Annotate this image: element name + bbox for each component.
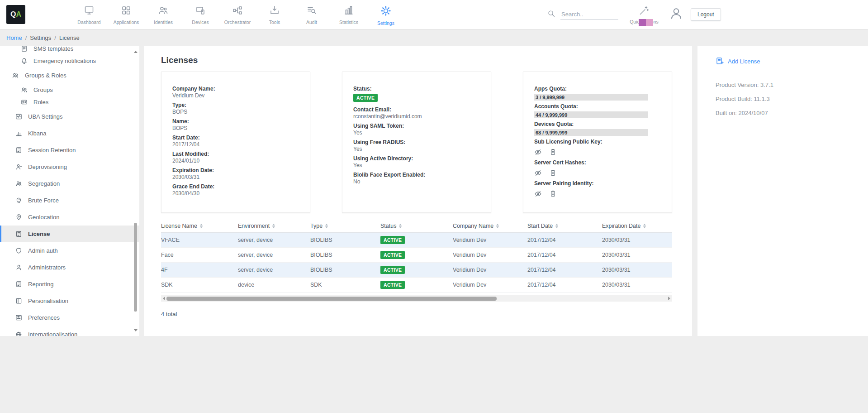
table-row[interactable]: SDK device SDK ACTIVE Veridium Dev 2017/…: [161, 278, 672, 293]
apps-quota: Apps Quota: 3 / 9,999,999: [534, 86, 661, 101]
search-box: [547, 9, 618, 20]
company-info-card: Company Name:Veridium Dev Type:BOPS Name…: [161, 72, 310, 213]
search-icon[interactable]: [547, 9, 556, 20]
table-row[interactable]: VFACE server, device BIOLIBS ACTIVE Veri…: [161, 233, 672, 248]
sidebar-item-segregation[interactable]: Segregation: [0, 175, 139, 192]
devices-quota-bar: 68 / 9,999,999: [534, 129, 648, 136]
user-avatar-icon[interactable]: [669, 6, 683, 23]
sidebar-item-internationalisation[interactable]: Internationalisation: [0, 326, 139, 336]
breadcrumb-separator: /: [54, 34, 56, 41]
column-header-expiration-date[interactable]: Expiration Date: [602, 223, 672, 229]
nav-item-applications[interactable]: Applications: [108, 3, 145, 26]
sidebar-item-brute-force[interactable]: Brute Force: [0, 192, 139, 209]
field-value: Yes: [353, 162, 480, 169]
status-badge: ACTIVE: [380, 236, 405, 244]
breadcrumb: Home / Settings / License: [0, 29, 868, 46]
sidebar-item-uba-settings[interactable]: UBA Settings: [0, 108, 139, 125]
cell-environment: device: [238, 282, 310, 288]
sort-icon: [325, 224, 328, 228]
settings-gear-icon: [380, 5, 392, 19]
person-icon: [15, 264, 22, 271]
cell-status: ACTIVE: [380, 251, 453, 259]
table-header-row: License Name Environment Type Status Com…: [161, 219, 672, 233]
nav-item-devices[interactable]: Devices: [182, 3, 219, 26]
sidebar-item-administrators[interactable]: Administrators: [0, 259, 139, 276]
sidebar-item-admin-auth[interactable]: Admin auth: [0, 242, 139, 259]
field-value: Yes: [353, 130, 480, 136]
breadcrumb-settings[interactable]: Settings: [30, 34, 51, 41]
server-cert-hashes: Server Cert Hashes:: [534, 159, 661, 177]
sidebar-item-sms-templates[interactable]: SMS templates: [0, 46, 139, 55]
nav-item-dashboard[interactable]: Dashboard: [71, 3, 108, 26]
column-header-license-name[interactable]: License Name: [161, 223, 238, 229]
secret-label: Sub Licensing Public Key:: [534, 139, 661, 145]
sidebar-item-preferences[interactable]: Preferences: [0, 309, 139, 326]
tools-icon: [269, 5, 280, 18]
sidebar-item-kibana[interactable]: Kibana: [0, 125, 139, 142]
scroll-left-arrow-icon[interactable]: [163, 297, 165, 300]
sidebar-item-deprovisioning[interactable]: Deprovisioning: [0, 158, 139, 175]
copy-icon[interactable]: [549, 169, 557, 177]
app-logo[interactable]: QA: [6, 5, 25, 24]
copy-icon[interactable]: [549, 148, 557, 156]
sidebar-item-license[interactable]: License: [0, 226, 139, 242]
nav-item-statistics[interactable]: Statistics: [330, 3, 367, 26]
field-value: Veridium Dev: [172, 92, 299, 99]
sidebar-list: SMS templates Emergency notifications Gr…: [0, 46, 139, 336]
sidebar-item-label: Groups & Roles: [25, 72, 66, 79]
scrollbar-thumb[interactable]: [134, 223, 137, 312]
nav-label: Statistics: [339, 19, 358, 25]
sidebar-item-label: Preferences: [28, 314, 60, 321]
nav-item-audit[interactable]: Audit: [293, 3, 330, 26]
sliders-icon: [15, 314, 22, 321]
sidebar-item-groups-roles[interactable]: Groups & Roles: [0, 67, 139, 84]
column-header-status[interactable]: Status: [380, 223, 453, 229]
cell-environment: server, device: [238, 267, 310, 273]
table-row[interactable]: Face server, device BIOLIBS ACTIVE Verid…: [161, 248, 672, 263]
license-document-icon: [15, 231, 22, 237]
scroll-right-arrow-icon[interactable]: [668, 297, 670, 300]
column-header-type[interactable]: Type: [310, 223, 380, 229]
nav-item-orchestrator[interactable]: Orchestrator: [219, 3, 256, 26]
sidebar-item-label: SMS templates: [33, 46, 73, 52]
eye-off-icon[interactable]: [534, 169, 542, 177]
breadcrumb-home-link[interactable]: Home: [6, 34, 22, 41]
table-total-count: 4 total: [161, 311, 672, 317]
sidebar-item-geolocation[interactable]: Geolocation: [0, 209, 139, 226]
sidebar-item-roles[interactable]: Roles: [0, 96, 139, 108]
license-actions-panel: Add License Product Version: 3.7.1 Produ…: [697, 46, 868, 336]
sidebar-item-personalisation[interactable]: Personalisation: [0, 293, 139, 309]
sidebar-item-emergency-notifications[interactable]: Emergency notifications: [0, 55, 139, 67]
sidebar-item-reporting[interactable]: Reporting: [0, 276, 139, 293]
column-header-company-name[interactable]: Company Name: [453, 223, 527, 229]
nav-item-settings[interactable]: Settings: [367, 3, 404, 26]
sidebar-item-label: Segregation: [28, 180, 60, 187]
table-horizontal-scrollbar[interactable]: [161, 295, 672, 302]
scroll-down-arrow-icon[interactable]: [134, 329, 138, 331]
column-header-start-date[interactable]: Start Date: [527, 223, 602, 229]
page-layout: SMS templates Emergency notifications Gr…: [0, 46, 868, 336]
cell-expiration-date: 2030/03/31: [602, 237, 672, 243]
breadcrumb-separator: /: [25, 34, 27, 41]
copy-icon[interactable]: [549, 190, 557, 197]
apps-quota-bar: 3 / 9,999,999: [534, 94, 648, 101]
nav-item-tools[interactable]: Tools: [256, 3, 293, 26]
cell-expiration-date: 2030/03/31: [602, 252, 672, 258]
sidebar-item-groups[interactable]: Groups: [0, 84, 139, 96]
sidebar-item-session-retention[interactable]: Session Retention: [0, 142, 139, 158]
column-header-environment[interactable]: Environment: [238, 223, 310, 229]
dashboard-icon: [84, 5, 95, 18]
logout-button[interactable]: Logout: [691, 8, 721, 21]
add-license-button[interactable]: Add License: [716, 57, 868, 65]
cell-type: SDK: [310, 282, 380, 288]
eye-off-icon[interactable]: [534, 148, 542, 156]
nav-item-identities[interactable]: Identities: [145, 3, 182, 26]
scroll-up-arrow-icon[interactable]: [134, 51, 138, 53]
eye-off-icon[interactable]: [534, 190, 542, 197]
sidebar-scrollbar[interactable]: [133, 48, 138, 334]
top-bar: QA Dashboard Applications Identities Dev…: [0, 0, 868, 29]
sidebar-item-label: Internationalisation: [28, 331, 77, 336]
table-row[interactable]: 4F server, device BIOLIBS ACTIVE Veridiu…: [161, 263, 672, 278]
search-input[interactable]: [560, 9, 618, 20]
scrollbar-thumb[interactable]: [166, 297, 497, 301]
